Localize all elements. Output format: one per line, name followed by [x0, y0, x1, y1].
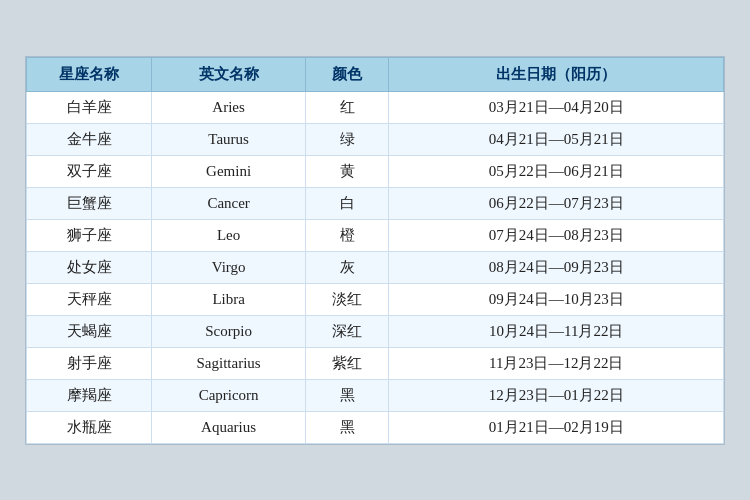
cell-chinese: 白羊座 — [27, 91, 152, 123]
cell-date: 11月23日—12月22日 — [389, 347, 724, 379]
cell-chinese: 狮子座 — [27, 219, 152, 251]
cell-color: 绿 — [305, 123, 389, 155]
cell-color: 黑 — [305, 411, 389, 443]
cell-color: 白 — [305, 187, 389, 219]
cell-date: 07月24日—08月23日 — [389, 219, 724, 251]
cell-date: 12月23日—01月22日 — [389, 379, 724, 411]
cell-color: 黄 — [305, 155, 389, 187]
cell-chinese: 处女座 — [27, 251, 152, 283]
header-color: 颜色 — [305, 57, 389, 91]
table-row: 金牛座Taurus绿04月21日—05月21日 — [27, 123, 724, 155]
table-row: 天蝎座Scorpio深红10月24日—11月22日 — [27, 315, 724, 347]
cell-color: 紫红 — [305, 347, 389, 379]
cell-english: Scorpio — [152, 315, 305, 347]
table-row: 水瓶座Aquarius黑01月21日—02月19日 — [27, 411, 724, 443]
cell-chinese: 双子座 — [27, 155, 152, 187]
cell-color: 深红 — [305, 315, 389, 347]
table-row: 射手座Sagittarius紫红11月23日—12月22日 — [27, 347, 724, 379]
cell-date: 06月22日—07月23日 — [389, 187, 724, 219]
cell-chinese: 金牛座 — [27, 123, 152, 155]
cell-english: Aquarius — [152, 411, 305, 443]
cell-english: Sagittarius — [152, 347, 305, 379]
cell-chinese: 天蝎座 — [27, 315, 152, 347]
cell-date: 09月24日—10月23日 — [389, 283, 724, 315]
cell-date: 08月24日—09月23日 — [389, 251, 724, 283]
header-english: 英文名称 — [152, 57, 305, 91]
cell-english: Leo — [152, 219, 305, 251]
cell-color: 黑 — [305, 379, 389, 411]
cell-color: 橙 — [305, 219, 389, 251]
cell-english: Aries — [152, 91, 305, 123]
cell-date: 01月21日—02月19日 — [389, 411, 724, 443]
table-row: 狮子座Leo橙07月24日—08月23日 — [27, 219, 724, 251]
cell-chinese: 天秤座 — [27, 283, 152, 315]
header-chinese: 星座名称 — [27, 57, 152, 91]
cell-chinese: 巨蟹座 — [27, 187, 152, 219]
table-header-row: 星座名称 英文名称 颜色 出生日期（阳历） — [27, 57, 724, 91]
table-row: 双子座Gemini黄05月22日—06月21日 — [27, 155, 724, 187]
table-body: 白羊座Aries红03月21日—04月20日金牛座Taurus绿04月21日—0… — [27, 91, 724, 443]
cell-color: 红 — [305, 91, 389, 123]
cell-date: 03月21日—04月20日 — [389, 91, 724, 123]
cell-chinese: 射手座 — [27, 347, 152, 379]
table-row: 处女座Virgo灰08月24日—09月23日 — [27, 251, 724, 283]
cell-chinese: 水瓶座 — [27, 411, 152, 443]
table-row: 白羊座Aries红03月21日—04月20日 — [27, 91, 724, 123]
table-row: 天秤座Libra淡红09月24日—10月23日 — [27, 283, 724, 315]
cell-color: 灰 — [305, 251, 389, 283]
cell-english: Virgo — [152, 251, 305, 283]
cell-english: Cancer — [152, 187, 305, 219]
cell-english: Taurus — [152, 123, 305, 155]
cell-english: Gemini — [152, 155, 305, 187]
zodiac-table-wrapper: 星座名称 英文名称 颜色 出生日期（阳历） 白羊座Aries红03月21日—04… — [25, 56, 725, 445]
zodiac-table: 星座名称 英文名称 颜色 出生日期（阳历） 白羊座Aries红03月21日—04… — [26, 57, 724, 444]
cell-date: 04月21日—05月21日 — [389, 123, 724, 155]
header-date: 出生日期（阳历） — [389, 57, 724, 91]
cell-color: 淡红 — [305, 283, 389, 315]
cell-english: Capricorn — [152, 379, 305, 411]
table-row: 摩羯座Capricorn黑12月23日—01月22日 — [27, 379, 724, 411]
cell-chinese: 摩羯座 — [27, 379, 152, 411]
table-row: 巨蟹座Cancer白06月22日—07月23日 — [27, 187, 724, 219]
cell-date: 10月24日—11月22日 — [389, 315, 724, 347]
cell-english: Libra — [152, 283, 305, 315]
cell-date: 05月22日—06月21日 — [389, 155, 724, 187]
